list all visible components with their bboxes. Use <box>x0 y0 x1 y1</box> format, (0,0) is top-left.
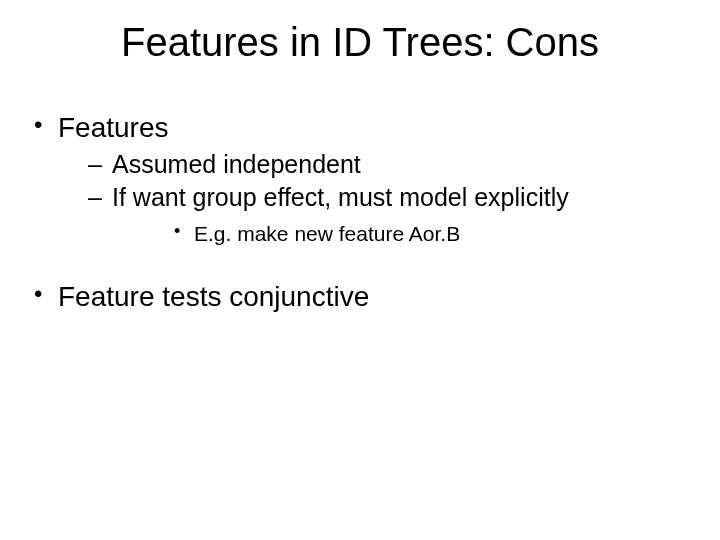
slide-title: Features in ID Trees: Cons <box>0 20 720 65</box>
bullet-text: If want group effect, must model explici… <box>112 183 569 211</box>
bullet-item: Assumed independent <box>58 149 690 180</box>
bullet-list-level2: Assumed independent If want group effect… <box>58 149 690 247</box>
bullet-list-level1: Features Assumed independent If want gro… <box>30 110 690 247</box>
slide: Features in ID Trees: Cons Features Assu… <box>0 0 720 540</box>
slide-body: Features Assumed independent If want gro… <box>30 110 690 320</box>
bullet-list-level3: E.g. make new feature Aor.B <box>112 220 690 247</box>
bullet-text: Features <box>58 112 169 143</box>
bullet-text: Feature tests conjunctive <box>58 281 369 312</box>
bullet-item: Feature tests conjunctive <box>30 279 690 314</box>
spacer <box>30 253 690 279</box>
bullet-text: E.g. make new feature Aor.B <box>194 222 460 245</box>
bullet-list-level1: Feature tests conjunctive <box>30 279 690 314</box>
bullet-item: If want group effect, must model explici… <box>58 182 690 247</box>
bullet-text: Assumed independent <box>112 150 361 178</box>
bullet-item: Features Assumed independent If want gro… <box>30 110 690 247</box>
bullet-item: E.g. make new feature Aor.B <box>112 220 690 247</box>
